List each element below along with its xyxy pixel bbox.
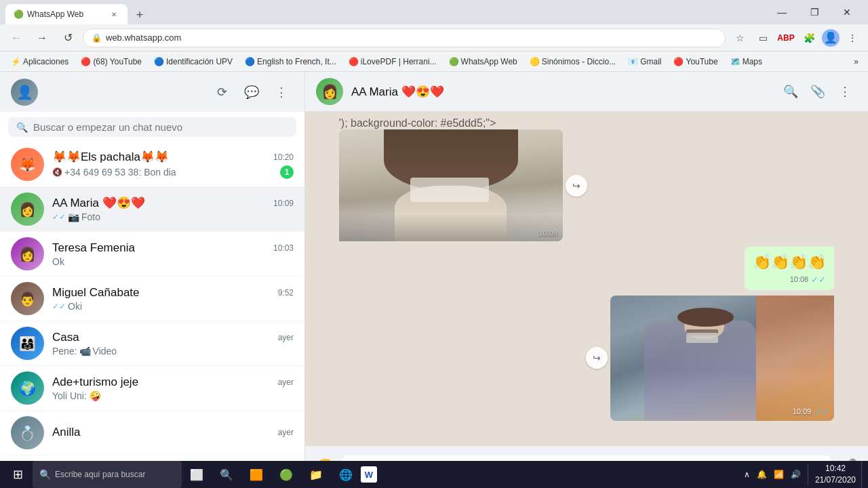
- url-text: web.whatsapp.com: [106, 33, 181, 43]
- chat-item[interactable]: 🦊 🦊🦊Els pachala🦊🦊 10:20 🔇 +34 649 69 53 …: [0, 142, 304, 187]
- message-time: 10:08: [790, 275, 809, 283]
- active-tab[interactable]: 🟢 WhatsApp Web ✕: [5, 4, 127, 24]
- menu-icon[interactable]: ⋮: [842, 28, 863, 48]
- task-view-button[interactable]: ⬜: [182, 461, 212, 488]
- taskbar-app-word[interactable]: W: [361, 466, 377, 483]
- lock-icon: 🔒: [92, 33, 102, 43]
- start-button[interactable]: ⊞: [3, 461, 33, 488]
- chat-name: Teresa Femenia: [52, 241, 135, 255]
- attach-button[interactable]: 📎: [806, 79, 830, 104]
- bookmark-favicon: ⚡: [11, 57, 20, 66]
- chat-item[interactable]: 🌍 Ade+turismo jeje ayer Yoli Uni: 🤪: [0, 366, 304, 411]
- bookmark-favicon: 🔴: [81, 57, 90, 66]
- search-chat-button[interactable]: 🔍: [778, 79, 803, 104]
- chat-time: ayer: [278, 378, 294, 387]
- chat-name-row: Anilla ayer: [52, 426, 294, 439]
- back-button[interactable]: ←: [5, 27, 27, 49]
- browser-titlebar: 🟢 WhatsApp Web ✕ + — ❐ ✕: [0, 0, 868, 24]
- new-tab-button[interactable]: +: [130, 5, 149, 24]
- bookmark-english[interactable]: 🔵 English to French, It...: [239, 56, 342, 68]
- taskbar-app-search[interactable]: 🔍: [212, 461, 241, 488]
- new-chat-icon[interactable]: 💬: [239, 80, 264, 104]
- bookmark-whatsapp[interactable]: 🟢 WhatsApp Web: [443, 56, 523, 68]
- chat-item[interactable]: 👩 Teresa Femenia 10:03 Ok: [0, 232, 304, 277]
- read-ticks: ✓✓: [811, 274, 826, 285]
- chat-name: Anilla: [52, 426, 81, 439]
- taskbar-app-store[interactable]: 🟧: [241, 461, 271, 488]
- status-icon[interactable]: ⟳: [210, 80, 234, 104]
- chat-info: Miguel Cañabate 9:52 ✓✓ Oki: [52, 286, 294, 312]
- clock-date: 21/07/2020: [815, 474, 856, 486]
- avatar: 👩: [11, 237, 44, 270]
- sent-image[interactable]: 10:09 ✓✓: [610, 296, 834, 421]
- chat-header: 👩 AA Maria ❤️😍❤️ 🔍 📎 ⋮: [305, 72, 868, 112]
- taskbar-app-files[interactable]: 📁: [301, 461, 331, 488]
- address-bar[interactable]: 🔒 web.whatsapp.com: [83, 28, 726, 47]
- chat-name: Ade+turismo jeje: [52, 375, 138, 389]
- forward-button[interactable]: →: [31, 27, 53, 49]
- message-image[interactable]: 10:08: [339, 129, 563, 241]
- mute-icon: 🔇: [52, 167, 62, 177]
- bookmark-ilovepdf[interactable]: 🔴 iLovePDF | Herrani...: [343, 56, 442, 68]
- chat-name-row: Casa ayer: [52, 331, 294, 344]
- chat-preview-row: ✓✓ Oki: [52, 301, 294, 312]
- bookmark-star-icon[interactable]: ☆: [730, 28, 750, 48]
- chat-list: 🦊 🦊🦊Els pachala🦊🦊 10:20 🔇 +34 649 69 53 …: [0, 142, 304, 488]
- adblock-icon[interactable]: ABP: [776, 28, 796, 48]
- unread-badge: 1: [280, 165, 294, 179]
- chat-preview: Yoli Uni: 🤪: [52, 390, 294, 401]
- chat-item[interactable]: 💍 Anilla ayer: [0, 411, 304, 455]
- bookmark-label: Aplicaciones: [23, 57, 68, 66]
- browser-frame: 🟢 WhatsApp Web ✕ + — ❐ ✕ ← → ↺ 🔒 web.wha…: [0, 0, 868, 488]
- bookmark-label: Identificación UPV: [166, 57, 233, 66]
- chat-preview-row: Pene: 📹 Video: [52, 346, 294, 357]
- bookmark-sinonimos[interactable]: 🟡 Sinónimos - Diccio...: [524, 56, 621, 68]
- screen-icon[interactable]: ▭: [753, 28, 773, 48]
- tray-notifications[interactable]: 🔔: [754, 470, 770, 479]
- window-controls: — ❐ ✕: [766, 3, 863, 22]
- chat-time: ayer: [278, 428, 294, 437]
- system-clock[interactable]: 10:42 21/07/2020: [810, 463, 861, 486]
- avatar: 👨: [11, 282, 44, 315]
- forward-button[interactable]: ↪: [566, 175, 587, 197]
- bookmark-label: iLovePDF | Herrani...: [361, 57, 437, 66]
- chat-item[interactable]: 👩 AA Maria ❤️😍❤️ 10:09 ✓✓ 📷 Foto: [0, 187, 304, 232]
- chat-preview: Ok: [52, 256, 294, 267]
- taskbar-app-spotify[interactable]: 🟢: [271, 461, 301, 488]
- chat-item[interactable]: 👨‍👩‍👧 Casa ayer Pene: 📹 Video: [0, 321, 304, 366]
- bookmark-youtube1[interactable]: 🔴 (68) YouTube: [75, 56, 147, 68]
- chat-item[interactable]: 👨 Miguel Cañabate 9:52 ✓✓ Oki: [0, 277, 304, 321]
- tray-network[interactable]: 📶: [771, 470, 787, 479]
- restore-button[interactable]: ❐: [799, 3, 830, 22]
- user-avatar[interactable]: 👤: [11, 79, 38, 106]
- video-icon: 📹: [79, 346, 91, 357]
- bookmarks-more-button[interactable]: »: [850, 56, 863, 68]
- taskbar-search-text: Escribe aquí para buscar: [55, 470, 145, 479]
- forward-button[interactable]: ↪: [586, 347, 608, 369]
- chat-name-row: AA Maria ❤️😍❤️ 10:09: [52, 196, 294, 210]
- menu-dots-icon[interactable]: ⋮: [269, 80, 294, 104]
- bookmark-maps[interactable]: 🗺️ Maps: [725, 56, 768, 68]
- contact-avatar[interactable]: 👩: [316, 78, 343, 105]
- chat-info: Anilla ayer: [52, 426, 294, 441]
- bookmark-gmail[interactable]: 📧 Gmail: [623, 56, 667, 68]
- avatar: 👨‍👩‍👧: [11, 327, 44, 360]
- more-options-button[interactable]: ⋮: [833, 79, 857, 104]
- tray-volume[interactable]: 🔊: [788, 470, 804, 479]
- tab-close-button[interactable]: ✕: [108, 9, 119, 20]
- search-input-wrap: 🔍: [8, 117, 296, 137]
- bookmark-aplicaciones[interactable]: ⚡ Aplicaciones: [5, 56, 74, 68]
- taskbar-app-chrome[interactable]: 🌐: [331, 461, 361, 488]
- profile-avatar[interactable]: 👤: [822, 29, 840, 47]
- close-button[interactable]: ✕: [831, 3, 863, 22]
- show-desktop-button[interactable]: [861, 461, 865, 488]
- minimize-button[interactable]: —: [766, 3, 797, 22]
- search-taskbar[interactable]: 🔍 Escribe aquí para buscar: [33, 461, 182, 488]
- search-input[interactable]: [33, 121, 288, 133]
- tray-expand[interactable]: ∧: [741, 470, 753, 479]
- bookmark-upv[interactable]: 🔵 Identificación UPV: [149, 56, 238, 68]
- bookmark-youtube2[interactable]: 🔴 YouTube: [668, 56, 723, 68]
- bookmark-label: Sinónimos - Diccio...: [542, 57, 616, 66]
- extensions-icon[interactable]: 🧩: [799, 28, 819, 48]
- refresh-button[interactable]: ↺: [57, 27, 79, 49]
